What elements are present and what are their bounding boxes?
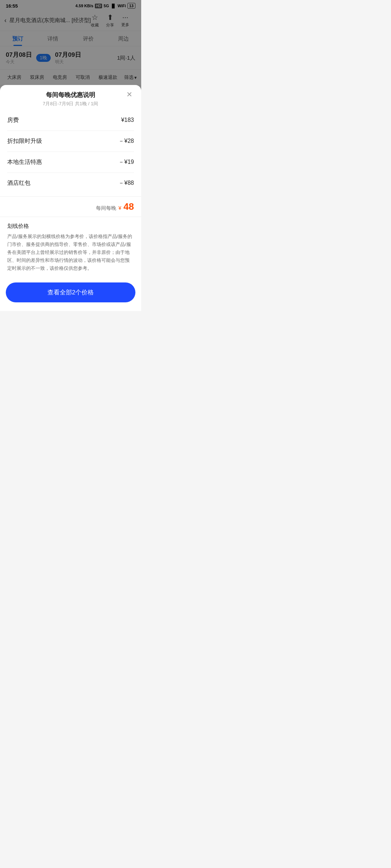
price-breakdown-list: 房费 ¥183 折扣限时升级 －¥28 本地生活特惠 －¥19 酒店红包 －¥8… (0, 107, 141, 196)
price-row-room: 房费 ¥183 (7, 110, 134, 131)
discount2-label: 本地生活特惠 (7, 158, 42, 166)
discount1-value: －¥28 (118, 137, 134, 145)
close-button[interactable]: ✕ (125, 91, 134, 98)
sheet-title: 每间每晚优惠说明 (16, 91, 125, 99)
room-fee-label: 房费 (7, 116, 19, 124)
price-row-discount1: 折扣限时升级 －¥28 (7, 131, 134, 152)
discount2-value: －¥19 (118, 158, 134, 166)
view-all-button[interactable]: 查看全部2个价格 (6, 282, 135, 302)
note-title: 划线价格 (7, 223, 134, 230)
note-text: 产品/服务展示的划横线价格为参考价，该价格指产品/服务的门市价、服务提供商的指导… (7, 233, 134, 272)
price-detail-sheet: 每间每晚优惠说明 7月8日-7月9日 共1晚 / 1间 ✕ 房费 ¥183 折扣… (0, 85, 141, 311)
discount1-label: 折扣限时升级 (7, 137, 42, 145)
note-section: 划线价格 产品/服务展示的划横线价格为参考价，该价格指产品/服务的门市价、服务提… (0, 217, 141, 278)
room-fee-value: ¥183 (121, 117, 134, 123)
discount3-value: －¥88 (118, 179, 134, 187)
discount3-label: 酒店红包 (7, 179, 30, 187)
total-price-row: 每间每晚 ¥ 48 (0, 196, 141, 217)
price-row-discount2: 本地生活特惠 －¥19 (7, 152, 134, 173)
total-label: 每间每晚 (96, 205, 116, 212)
total-prefix: ¥ (118, 205, 121, 211)
price-row-discount3: 酒店红包 －¥88 (7, 173, 134, 193)
sheet-header: 每间每晚优惠说明 7月8日-7月9日 共1晚 / 1间 ✕ (0, 85, 141, 107)
total-price: 48 (123, 201, 134, 212)
sheet-subtitle: 7月8日-7月9日 共1晚 / 1间 (16, 101, 125, 107)
